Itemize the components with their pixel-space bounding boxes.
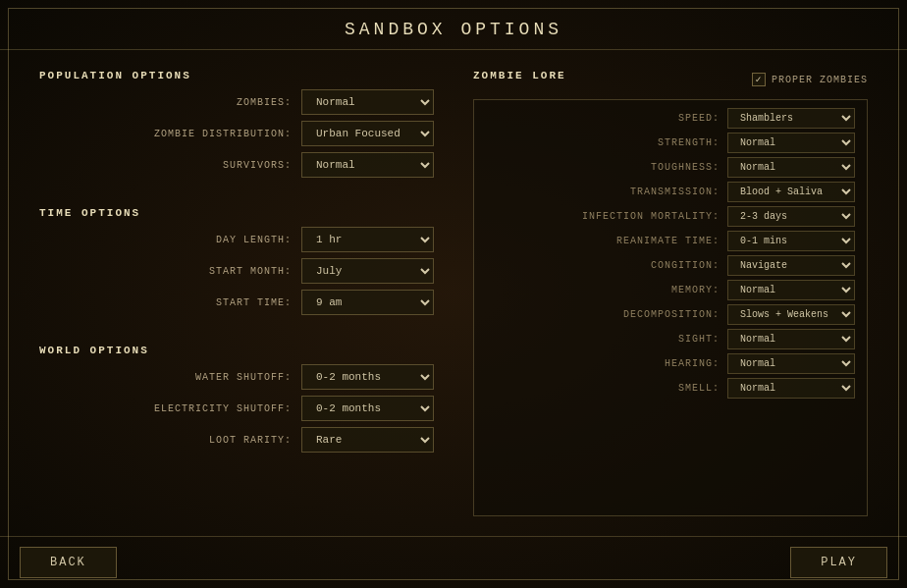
time-section: TIME OPTIONS DAY LENGTH: 1 hr START MONT…: [39, 207, 434, 321]
infection-mortality-label: INFECTION MORTALITY:: [486, 211, 720, 222]
zombie-dist-select[interactable]: Urban Focused: [301, 121, 434, 146]
day-length-label: DAY LENGTH:: [154, 235, 292, 245]
population-section: POPULATION OPTIONS ZOMBIES: Normal ZOMBI…: [39, 70, 434, 184]
survivors-row: SURVIVORS: Normal: [39, 152, 434, 178]
strength-label: STRENGTH:: [486, 137, 720, 148]
proper-zombies-toggle[interactable]: ✓ PROPER ZOMBIES: [752, 73, 868, 86]
content-area: SANDBOX OPTIONS POPULATION OPTIONS ZOMBI…: [0, 0, 907, 588]
decomposition-select[interactable]: Slows + Weakens: [727, 304, 855, 325]
zombie-dist-label: ZOMBIE DISTRIBUTION:: [154, 129, 292, 139]
start-month-label: START MONTH:: [154, 266, 292, 277]
strength-row: STRENGTH: Normal: [486, 133, 855, 153]
sight-select[interactable]: Normal: [727, 329, 855, 349]
zombies-select[interactable]: Normal: [301, 89, 434, 115]
proper-zombies-label: PROPER ZOMBIES: [772, 75, 868, 85]
water-shutoff-row: WATER SHUTOFF: 0-2 months: [39, 364, 434, 390]
loot-rarity-label: LOOT RARITY:: [154, 435, 292, 446]
speed-select[interactable]: Shamblers: [727, 108, 855, 129]
cognition-row: CONGITION: Navigate: [486, 255, 855, 276]
transmission-row: TRANSMISSION: Blood + Saliva: [486, 182, 855, 202]
reanimate-time-select[interactable]: 0-1 mins: [727, 231, 855, 251]
cognition-select[interactable]: Navigate: [727, 255, 855, 276]
zombies-label: ZOMBIES:: [154, 97, 292, 108]
hearing-label: HEARING:: [486, 358, 720, 369]
start-time-select[interactable]: 9 am: [301, 290, 434, 315]
decomposition-label: DECOMPOSITION:: [486, 309, 720, 320]
zombie-lore-header: ZOMBIE LORE ✓ PROPER ZOMBIES: [473, 70, 868, 89]
hearing-select[interactable]: Normal: [727, 353, 855, 374]
loot-rarity-row: LOOT RARITY: Rare: [39, 427, 434, 453]
toughness-select[interactable]: Normal: [727, 157, 855, 178]
world-title: WORLD OPTIONS: [39, 345, 434, 356]
start-month-select[interactable]: July: [301, 258, 434, 284]
decomposition-row: DECOMPOSITION: Slows + Weakens: [486, 304, 855, 325]
footer: BACK PLAY: [0, 536, 907, 588]
start-month-row: START MONTH: July: [39, 258, 434, 284]
smell-select[interactable]: Normal: [727, 378, 855, 399]
water-shutoff-label: WATER SHUTOFF:: [154, 372, 292, 383]
smell-label: SMELL:: [486, 383, 720, 394]
infection-mortality-row: INFECTION MORTALITY: 2-3 days: [486, 206, 855, 227]
cognition-label: CONGITION:: [486, 260, 720, 271]
header: SANDBOX OPTIONS: [0, 0, 907, 50]
left-panel: POPULATION OPTIONS ZOMBIES: Normal ZOMBI…: [39, 70, 434, 516]
memory-row: MEMORY: Normal: [486, 280, 855, 300]
back-button[interactable]: BACK: [20, 547, 117, 578]
play-button[interactable]: PLAY: [790, 547, 887, 578]
memory-label: MEMORY:: [486, 285, 720, 295]
proper-zombies-checkbox[interactable]: ✓: [752, 73, 766, 86]
electricity-shutoff-select[interactable]: 0-2 months: [301, 396, 434, 421]
infection-mortality-select[interactable]: 2-3 days: [727, 206, 855, 227]
strength-select[interactable]: Normal: [727, 133, 855, 153]
electricity-shutoff-row: ELECTRICITY SHUTOFF: 0-2 months: [39, 396, 434, 421]
zombie-dist-row: ZOMBIE DISTRIBUTION: Urban Focused: [39, 121, 434, 146]
reanimate-time-label: REANIMATE TIME:: [486, 236, 720, 246]
right-panel: ZOMBIE LORE ✓ PROPER ZOMBIES SPEED: Sham…: [473, 70, 868, 516]
time-title: TIME OPTIONS: [39, 207, 434, 219]
transmission-label: TRANSMISSION:: [486, 187, 720, 197]
zombies-row: ZOMBIES: Normal: [39, 89, 434, 115]
water-shutoff-select[interactable]: 0-2 months: [301, 364, 434, 390]
world-section: WORLD OPTIONS WATER SHUTOFF: 0-2 months …: [39, 345, 434, 458]
population-title: POPULATION OPTIONS: [39, 70, 434, 81]
memory-select[interactable]: Normal: [727, 280, 855, 300]
electricity-shutoff-label: ELECTRICITY SHUTOFF:: [154, 403, 292, 414]
survivors-select[interactable]: Normal: [301, 152, 434, 178]
day-length-row: DAY LENGTH: 1 hr: [39, 227, 434, 252]
day-length-select[interactable]: 1 hr: [301, 227, 434, 252]
toughness-label: TOUGHNESS:: [486, 162, 720, 173]
survivors-label: SURVIVORS:: [154, 160, 292, 171]
reanimate-time-row: REANIMATE TIME: 0-1 mins: [486, 231, 855, 251]
zombie-table: SPEED: Shamblers STRENGTH: Normal TOUGHN…: [473, 99, 868, 516]
sight-label: SIGHT:: [486, 334, 720, 345]
main-area: POPULATION OPTIONS ZOMBIES: Normal ZOMBI…: [0, 50, 907, 536]
start-time-row: START TIME: 9 am: [39, 290, 434, 315]
hearing-row: HEARING: Normal: [486, 353, 855, 374]
speed-row: SPEED: Shamblers: [486, 108, 855, 129]
sight-row: SIGHT: Normal: [486, 329, 855, 349]
page-title: SANDBOX OPTIONS: [0, 20, 907, 39]
transmission-select[interactable]: Blood + Saliva: [727, 182, 855, 202]
zombie-lore-title: ZOMBIE LORE: [473, 70, 566, 81]
smell-row: SMELL: Normal: [486, 378, 855, 399]
speed-label: SPEED:: [486, 113, 720, 124]
start-time-label: START TIME:: [154, 297, 292, 308]
loot-rarity-select[interactable]: Rare: [301, 427, 434, 453]
toughness-row: TOUGHNESS: Normal: [486, 157, 855, 178]
